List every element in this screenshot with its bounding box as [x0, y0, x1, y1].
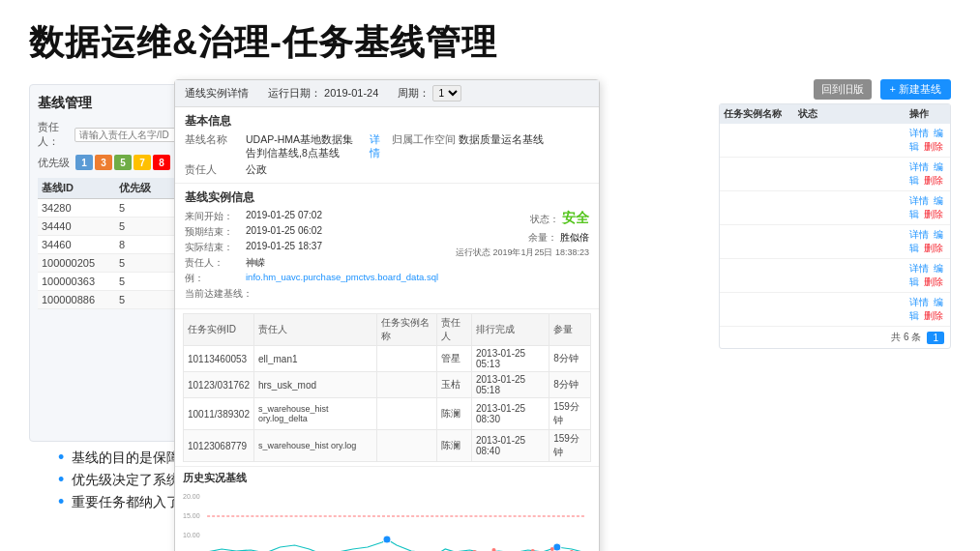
badge-8[interactable]: 8 — [153, 155, 170, 170]
dept-row: 归属工作空间 数据质量运名基线 — [392, 133, 589, 160]
cell-owner: s_warehouse_hist ory.log — [253, 430, 376, 462]
instance-info-section: 基线实例信息 来间开始： 2019-01-25 07:02 预期结束： 2019… — [175, 184, 599, 309]
row-priority: 8 — [119, 239, 167, 250]
detail-link[interactable]: 详情 — [370, 133, 382, 160]
row-id: 100000886 — [42, 294, 119, 305]
current-baseline-key: 当前达建基线： — [185, 287, 252, 301]
right-panel: 回到旧版 + 新建基线 任务实例名称 状态 操作 详情 编辑 — [719, 79, 951, 349]
col-instance-id: 任务实例ID — [184, 314, 254, 346]
assignee2-key: 责任人： — [185, 256, 243, 270]
cell-group: 陈澜 — [436, 398, 471, 430]
back-old-btn[interactable]: 回到旧版 — [814, 79, 872, 100]
cell-owner: s_warehouse_hist ory.log_delta — [253, 398, 376, 430]
svg-point-6 — [553, 543, 561, 551]
badge-3[interactable]: 3 — [95, 155, 112, 170]
period-select[interactable]: 1 — [432, 85, 461, 102]
instance-row[interactable]: 10123/031762 hrs_usk_mod 玉枯 2013-01-25 0… — [184, 372, 591, 398]
rt-col-name: 任务实例名称 — [724, 107, 798, 121]
delete-action[interactable]: 删除 — [924, 209, 943, 219]
page-btn-1[interactable]: 1 — [927, 332, 944, 344]
priority-label: 优先级 — [38, 156, 70, 170]
rt-row: 详情 编辑 删除 — [720, 158, 950, 191]
instance-row[interactable]: 10113460053 ell_man1 管星 2013-01-25 05:13… — [184, 346, 591, 372]
owner-val: 公政 — [246, 163, 267, 177]
end-time-val: 2019-01-25 06:02 — [246, 225, 322, 236]
page-title: 数据运维&治理-任务基线管理 — [29, 19, 951, 67]
cell-time: 2013-01-25 05:18 — [471, 372, 549, 398]
rt-actions: 详情 编辑 删除 — [909, 160, 946, 188]
delete-action[interactable]: 删除 — [924, 310, 943, 321]
detail-action[interactable]: 详情 — [909, 161, 929, 172]
task-link-key: 例： — [185, 272, 243, 285]
dept-val: 数据质量运名基线 — [459, 133, 544, 147]
modal-header: 通线实例详情 运行日期： 2019-01-24 周期： 1 — [175, 80, 599, 107]
page-container: 数据运维&治理-任务基线管理 基线管理 责任人： 优先级 1 3 5 7 8 基… — [0, 0, 980, 551]
delete-action[interactable]: 删除 — [924, 243, 943, 253]
rt-actions: 详情 编辑 删除 — [909, 194, 946, 221]
owner-row: 责任人 公政 — [185, 163, 382, 177]
cell-time: 2013-01-25 05:13 — [471, 346, 549, 372]
instance-info-title: 基线实例信息 — [185, 189, 589, 206]
task-link[interactable]: info.hm_uavc.purchase_pmctvs.board_data.… — [246, 272, 438, 282]
rt-row: 详情 编辑 删除 — [720, 124, 950, 158]
end-time-row: 预期结束： 2019-01-25 06:02 — [185, 225, 438, 239]
badge-7[interactable]: 7 — [134, 155, 151, 170]
current-baseline-row: 当前达建基线： — [185, 287, 438, 301]
delete-action[interactable]: 删除 — [924, 141, 943, 152]
instance-info-body: 来间开始： 2019-01-25 07:02 预期结束： 2019-01-25 … — [185, 210, 589, 303]
col-priority-header: 优先级 — [119, 181, 167, 195]
svg-text:10.00: 10.00 — [183, 532, 200, 538]
svg-point-5 — [383, 536, 391, 543]
badge-5[interactable]: 5 — [114, 155, 132, 170]
middle-panel: 通线实例详情 运行日期： 2019-01-24 周期： 1 基本信息 基线名 — [174, 79, 600, 551]
instance-row[interactable]: 10123068779 s_warehouse_hist ory.log 陈澜 … — [184, 430, 591, 462]
right-table: 任务实例名称 状态 操作 详情 编辑 删除 — [719, 103, 951, 349]
bullet-dot-2: • — [58, 471, 64, 488]
detail-action[interactable]: 详情 — [909, 128, 929, 138]
cell-val: 8分钟 — [549, 346, 591, 372]
detail-action[interactable]: 详情 — [909, 195, 929, 206]
row-id: 34280 — [42, 202, 119, 214]
rt-col-status: 状态 — [798, 107, 835, 121]
task-link-row: 例： info.hm_uavc.purchase_pmctvs.board_da… — [185, 272, 438, 285]
cell-id: 10011/389302 — [184, 398, 254, 430]
create-baseline-btn[interactable]: + 新建基线 — [880, 79, 951, 100]
actual-end-val: 2019-01-25 18:37 — [246, 241, 322, 251]
cell-group: 陈澜 — [436, 430, 471, 462]
delete-action[interactable]: 删除 — [924, 175, 943, 186]
pagination-row: 共 6 条 1 — [720, 327, 950, 348]
rt-row: 详情 编辑 删除 — [720, 259, 950, 293]
basic-info-grid: 基线名称 UDAP-HMA基地数据集告判信基线,8点基线 详情 归属工作空间 数… — [185, 133, 589, 177]
owner-key: 责任人 — [185, 163, 243, 177]
status-row: 状态： 安全 — [444, 210, 589, 227]
cell-id: 10113460053 — [184, 346, 254, 372]
progress-row: 余量： 胜似倍 — [444, 231, 589, 245]
detail-action[interactable]: 详情 — [909, 297, 929, 307]
actual-end-row: 实际结束： 2019-01-25 18:37 — [185, 241, 438, 254]
row-priority: 5 — [119, 276, 167, 287]
instance-row[interactable]: 10011/389302 s_warehouse_hist ory.log_de… — [184, 398, 591, 430]
right-table-header: 任务实例名称 状态 操作 — [720, 104, 950, 124]
instance-table: 任务实例ID 责任人 任务实例名称 责任人 排行完成 参量 1011346005… — [183, 313, 591, 462]
chart-section: 历史实况基线 20.00 15.00 10.00 5.00 — [175, 467, 599, 551]
col-task-name: 任务实例名称 — [377, 314, 437, 346]
rt-row: 详情 编辑 删除 — [720, 191, 950, 225]
detail-action[interactable]: 详情 — [909, 263, 929, 274]
status2-val: 运行状态 2019年1月25日 18:38:23 — [456, 247, 589, 257]
detail-action[interactable]: 详情 — [909, 229, 929, 240]
badge-1[interactable]: 1 — [75, 155, 93, 170]
status-value: 安全 — [562, 210, 589, 225]
delete-action[interactable]: 删除 — [924, 276, 943, 287]
row-id: 100000205 — [42, 257, 119, 269]
bullet-dot-3: • — [58, 493, 64, 510]
assignee2-row: 责任人： 神嵘 — [185, 256, 438, 270]
instance-left: 来间开始： 2019-01-25 07:02 预期结束： 2019-01-25 … — [185, 210, 438, 303]
progress-val: 胜似倍 — [560, 232, 589, 243]
row-id: 100000363 — [42, 276, 119, 287]
dept-key: 归属工作空间 — [392, 133, 456, 147]
cell-val: 159分钟 — [549, 430, 591, 462]
col-owner: 责任人 — [253, 314, 376, 346]
svg-text:20.00: 20.00 — [183, 493, 200, 500]
svg-text:15.00: 15.00 — [183, 512, 200, 519]
actual-end-key: 实际结束： — [185, 241, 243, 254]
